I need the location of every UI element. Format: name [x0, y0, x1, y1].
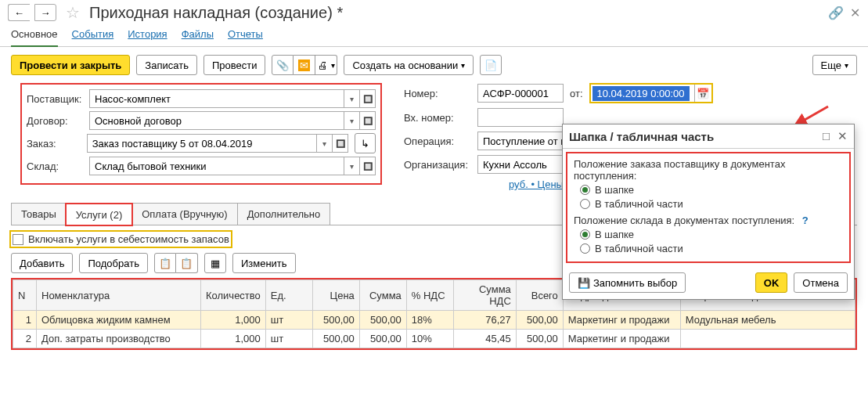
nav-history[interactable]: История [128, 28, 167, 40]
maximize-icon[interactable]: □ [823, 129, 830, 143]
cell-nomen[interactable]: Доп. затраты производство [37, 330, 201, 348]
help-icon[interactable]: ? [802, 215, 809, 226]
cell-dept[interactable]: Маркетинг и продажи [563, 311, 680, 330]
cell-sum[interactable]: 500,00 [359, 330, 406, 348]
calendar-icon[interactable]: 📅 [694, 85, 711, 102]
open-ref-icon[interactable]: 🔲 [359, 112, 375, 129]
order-in-header-radio[interactable]: В шапке [580, 184, 843, 196]
nav-main[interactable]: Основное [11, 28, 58, 47]
warehouse-in-header-radio[interactable]: В шапке [580, 229, 843, 240]
cell-vat-sum[interactable]: 76,27 [453, 311, 516, 330]
cell-nomen[interactable]: Облицовка жидким камнем [37, 311, 201, 330]
forward-button[interactable]: → [34, 4, 56, 21]
arrow-left-icon: ← [14, 7, 24, 19]
remember-choice-button[interactable]: 💾 Запомнить выбор [569, 272, 686, 293]
cell-unit[interactable]: шт [265, 311, 312, 330]
attachment-button[interactable]: 📎 [272, 55, 294, 75]
post-and-close-button[interactable]: Провести и закрыть [11, 55, 130, 75]
date-field[interactable]: 10.04.2019 0:00:00 📅 [589, 83, 713, 103]
close-icon[interactable]: ✕ [837, 129, 848, 143]
col-sum[interactable]: Сумма [359, 280, 406, 311]
ext-number-input[interactable] [477, 108, 564, 127]
cell-vat-sum[interactable]: 45,45 [453, 330, 516, 348]
table-row[interactable]: 1 Облицовка жидким камнем 1,000 шт 500,0… [13, 311, 855, 330]
post-button[interactable]: Провести [203, 55, 266, 75]
checkbox-icon[interactable] [13, 234, 23, 245]
col-qty[interactable]: Количество [201, 280, 266, 311]
org-combo[interactable] [477, 155, 571, 174]
col-nomen[interactable]: Номенклатура [37, 280, 201, 311]
col-unit[interactable]: Ед. [265, 280, 312, 311]
favorite-star-icon[interactable]: ☆ [66, 3, 80, 22]
col-price[interactable]: Цена [312, 280, 359, 311]
tab-goods[interactable]: Товары [11, 203, 67, 225]
header-table-settings-popup: Шапка / табличная часть □ ✕ Положение за… [562, 124, 855, 300]
contract-input[interactable] [90, 112, 344, 129]
write-button[interactable]: Записать [136, 55, 197, 75]
order-input[interactable] [88, 135, 316, 152]
supplier-combo[interactable]: ▾ 🔲 [89, 89, 376, 108]
copy-button[interactable]: 📋 [154, 253, 176, 273]
col-vat-pct[interactable]: % НДС [406, 280, 453, 311]
col-total[interactable]: Всего [516, 280, 563, 311]
close-window-icon[interactable]: ✕ [850, 5, 860, 20]
back-button[interactable]: ← [8, 4, 30, 21]
tab-services[interactable]: Услуги (2) [66, 204, 132, 225]
cell-dir[interactable]: Модульная мебель [680, 311, 855, 330]
svg-line-0 [795, 106, 828, 125]
nav-reports[interactable]: Отчеты [228, 28, 263, 40]
order-in-table-radio[interactable]: В табличной части [580, 198, 843, 210]
cell-price[interactable]: 500,00 [312, 330, 359, 348]
contract-combo[interactable]: ▾ 🔲 [89, 111, 376, 130]
cell-dept[interactable]: Маркетинг и продажи [563, 330, 680, 348]
col-vat-sum[interactable]: Сумма НДС [453, 280, 516, 311]
table-settings-button[interactable]: ▦ [204, 253, 226, 273]
paste-button[interactable]: 📋 [176, 253, 198, 273]
number-input[interactable] [477, 84, 564, 103]
nav-files[interactable]: Файлы [182, 28, 214, 40]
warehouse-in-table-radio[interactable]: В табличной части [580, 243, 843, 254]
link-icon[interactable]: 🔗 [828, 5, 844, 20]
cell-vat-pct[interactable]: 18% [406, 311, 453, 330]
pick-button[interactable]: Подобрать [79, 253, 147, 273]
add-row-button[interactable]: Добавить [11, 253, 73, 273]
warehouse-combo[interactable]: ▾ 🔲 [89, 157, 376, 175]
report-button[interactable]: 📄 [480, 55, 502, 75]
dropdown-icon[interactable]: ▾ [344, 90, 359, 107]
cell-dir[interactable] [680, 330, 855, 348]
nav-events[interactable]: События [72, 28, 114, 40]
ok-button[interactable]: OK [755, 272, 788, 293]
operation-combo[interactable] [477, 132, 571, 150]
order-combo[interactable]: ▾ 🔲 [87, 134, 348, 153]
include-services-checkbox-row[interactable]: Включать услуги в себестоимость запасов [11, 232, 231, 247]
create-based-on-button[interactable]: Создать на основании [344, 55, 474, 75]
fill-from-order-button[interactable]: ↳ [355, 133, 376, 153]
cancel-button[interactable]: Отмена [794, 272, 848, 293]
order-position-label: Положение заказа поставщику в документах… [574, 158, 843, 182]
change-button[interactable]: Изменить [232, 253, 296, 273]
dropdown-icon[interactable]: ▾ [316, 135, 332, 152]
col-n[interactable]: N [13, 280, 37, 311]
open-ref-icon[interactable]: 🔲 [332, 135, 348, 152]
dropdown-icon[interactable]: ▾ [344, 157, 359, 175]
table-row[interactable]: 2 Доп. затраты производство 1,000 шт 500… [13, 330, 855, 348]
more-button[interactable]: Еще [812, 55, 857, 75]
mail-button[interactable]: ✉ [294, 55, 315, 75]
open-ref-icon[interactable]: 🔲 [359, 90, 375, 107]
cell-vat-pct[interactable]: 10% [406, 330, 453, 348]
tab-payment[interactable]: Оплата (Вручную) [131, 203, 237, 225]
cell-qty[interactable]: 1,000 [201, 311, 266, 330]
cell-unit[interactable]: шт [265, 330, 312, 348]
supplier-input[interactable] [90, 90, 344, 107]
cell-n: 2 [13, 330, 37, 348]
cell-sum[interactable]: 500,00 [359, 311, 406, 330]
cell-total[interactable]: 500,00 [516, 311, 563, 330]
open-ref-icon[interactable]: 🔲 [359, 157, 375, 175]
dropdown-icon[interactable]: ▾ [344, 112, 359, 129]
cell-qty[interactable]: 1,000 [201, 330, 266, 348]
cell-total[interactable]: 500,00 [516, 330, 563, 348]
warehouse-input[interactable] [90, 157, 344, 175]
cell-price[interactable]: 500,00 [312, 311, 359, 330]
tab-extra[interactable]: Дополнительно [237, 203, 331, 225]
print-button[interactable]: 🖨 [315, 55, 337, 75]
